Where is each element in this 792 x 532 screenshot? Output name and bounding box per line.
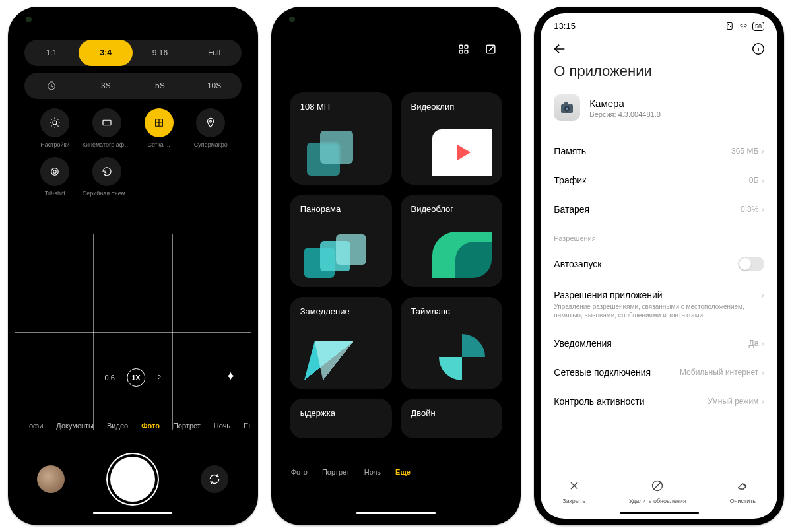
zoom-selector: 0.61X2 <box>105 368 161 387</box>
mode-card[interactable]: Панорама <box>290 195 392 287</box>
effects-icon[interactable]: ✦ <box>226 369 236 383</box>
quick-tilt[interactable]: Tilt-shift <box>29 157 81 197</box>
quick-settings[interactable]: Настройки <box>29 108 81 148</box>
mode-card[interactable]: Видеоблог <box>401 195 503 287</box>
mode-Портрет[interactable]: Портрет <box>173 422 201 430</box>
more-modes-screen: 108 МПВидеоклипПанорамаВидеоблогЗамедлен… <box>278 13 515 519</box>
phone-settings: 13:15 58 О приложении Камера Версия: 4.3… <box>534 7 784 525</box>
action-deny[interactable]: Удалить обновления <box>629 479 686 504</box>
mode-card[interactable]: ыдержка <box>290 399 392 438</box>
svg-rect-16 <box>564 102 568 104</box>
row-Уведомления[interactable]: УведомленияДа › <box>541 329 777 358</box>
mode-Ночь[interactable]: Ночь <box>214 422 230 430</box>
app-version: Версия: 4.3.004481.0 <box>589 110 661 118</box>
quick-burst[interactable]: Серийная съемка с та... <box>81 157 133 197</box>
mode-Портрет[interactable]: Портрет <box>322 468 350 476</box>
zoom-1X[interactable]: 1X <box>127 368 145 387</box>
no-sim-icon <box>725 21 735 31</box>
svg-rect-6 <box>465 45 468 48</box>
autostart-label: Автозапуск <box>554 259 601 269</box>
camera-screen: 1:13:49:16Full 3S5S10S НастройкиКинемато… <box>15 13 251 519</box>
chevron-right-icon: › <box>761 204 764 215</box>
front-camera-dot <box>26 17 32 22</box>
shutter-button[interactable] <box>110 457 155 502</box>
action-close[interactable]: Закрыть <box>562 479 585 504</box>
edit-icon[interactable] <box>484 43 497 55</box>
front-camera-dot <box>289 17 295 22</box>
phone-camera-more: 108 МПВидеоклипПанорамаВидеоблогЗамедлен… <box>271 7 521 525</box>
gallery-thumbnail[interactable] <box>37 465 65 493</box>
row-Батарея[interactable]: Батарея0.8% › <box>541 195 777 224</box>
home-indicator <box>93 512 172 514</box>
svg-rect-7 <box>460 50 463 53</box>
quick-screen[interactable]: Кинематогр афический ... <box>81 108 133 148</box>
zoom-0.6[interactable]: 0.6 <box>105 374 115 382</box>
status-bar: 13:15 58 <box>541 13 777 31</box>
timer-3S[interactable]: 3S <box>79 81 133 90</box>
mode-офи[interactable]: офи <box>29 422 43 430</box>
permissions-label: Разрешения приложений <box>554 290 756 300</box>
battery-indicator: 58 <box>752 22 764 31</box>
home-indicator <box>356 512 436 514</box>
switch-camera-button[interactable] <box>201 465 228 493</box>
mode-Ночь[interactable]: Ночь <box>364 468 381 476</box>
row-Трафик[interactable]: Трафик0Б › <box>541 166 777 195</box>
ratio-1:1[interactable]: 1:1 <box>24 40 79 66</box>
mode-card[interactable]: 108 МП <box>290 92 392 185</box>
svg-rect-5 <box>460 45 463 48</box>
row-Память[interactable]: Память365 МБ › <box>541 137 777 166</box>
mode-card[interactable]: Видеоклип <box>401 92 503 185</box>
app-header: Камера Версия: 4.3.004481.0 <box>541 94 777 137</box>
chevron-right-icon: › <box>761 396 764 407</box>
row-autostart[interactable]: Автозапуск <box>541 248 777 281</box>
quick-grid[interactable]: Сетка ... <box>133 108 185 148</box>
phone-camera: 1:13:49:16Full 3S5S10S НастройкиКинемато… <box>8 7 258 525</box>
camera-app-icon <box>554 94 580 121</box>
timer-10S[interactable]: 10S <box>187 81 242 90</box>
mode-Фото[interactable]: Фото <box>141 422 160 430</box>
svg-point-15 <box>566 108 568 110</box>
back-icon[interactable] <box>552 42 567 56</box>
mode-card[interactable]: Двойн <box>401 399 503 438</box>
clock: 13:15 <box>554 21 576 31</box>
row-Сетевые подключения[interactable]: Сетевые подключенияМобильный интернет › <box>541 358 777 387</box>
mode-Видео[interactable]: Видео <box>107 422 128 430</box>
timer-5S[interactable]: 5S <box>133 81 187 90</box>
row-permissions[interactable]: Разрешения приложений Управление разреше… <box>541 281 777 329</box>
zoom-2[interactable]: 2 <box>157 374 161 382</box>
section-header: Разрешения <box>541 224 777 248</box>
layout-icon[interactable] <box>457 43 470 55</box>
aspect-ratio-row: 1:13:49:16Full <box>24 40 242 66</box>
chevron-right-icon: › <box>761 146 764 156</box>
svg-rect-1 <box>103 120 111 125</box>
permissions-sub: Управление разрешениями, связанными с ме… <box>554 302 756 319</box>
page-title: О приложении <box>541 59 777 94</box>
quick-settings-grid: НастройкиКинематогр афический ...Сетка .… <box>15 108 251 207</box>
autostart-toggle[interactable] <box>738 257 764 271</box>
switch-camera-icon <box>208 473 221 486</box>
timer-icon[interactable] <box>24 81 79 91</box>
mode-Еще[interactable]: Еще <box>395 468 411 476</box>
ratio-9:16[interactable]: 9:16 <box>133 40 187 66</box>
mode-Документы[interactable]: Документы <box>56 422 94 430</box>
quick-macro[interactable]: Супермакро <box>185 108 237 148</box>
mode-card[interactable]: Таймлапс <box>401 297 503 389</box>
camera-modes: ФотоПортретНочьЕще <box>291 468 411 476</box>
ratio-Full[interactable]: Full <box>187 40 242 66</box>
camera-modes: офиДокументыВидеоФотоПортретНочьЕще <box>15 422 251 430</box>
app-name: Камера <box>589 98 661 109</box>
mode-Фото[interactable]: Фото <box>291 468 308 476</box>
mode-Еще[interactable]: Еще <box>244 422 251 430</box>
app-info-screen: 13:15 58 О приложении Камера Версия: 4.3… <box>541 13 777 519</box>
row-Контроль активности[interactable]: Контроль активностиУмный режим › <box>541 387 777 416</box>
svg-point-3 <box>51 168 59 176</box>
viewfinder <box>15 234 251 430</box>
chevron-right-icon: › <box>761 175 764 185</box>
ratio-3:4[interactable]: 3:4 <box>79 40 133 66</box>
svg-point-4 <box>53 170 57 174</box>
svg-point-2 <box>210 120 212 122</box>
action-erase[interactable]: Очистить <box>730 479 756 504</box>
info-icon[interactable] <box>751 42 766 56</box>
mode-card[interactable]: Замедление <box>290 297 392 389</box>
chevron-right-icon: › <box>761 338 764 349</box>
